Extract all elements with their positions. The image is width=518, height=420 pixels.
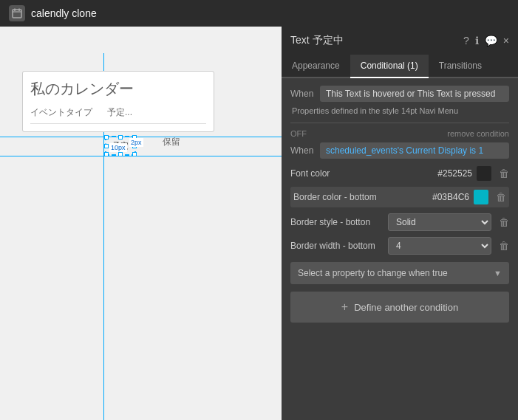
properties-note: Properties defined in the style 14pt Nav… (290, 106, 509, 115)
handle-ml[interactable] (104, 144, 109, 148)
border-width-select[interactable]: 4 1 2 3 5 (388, 237, 491, 255)
off-label: OFF (290, 129, 307, 138)
panel-tabs: Appearance Conditional (1) Transitions (282, 55, 518, 78)
handle-br[interactable] (132, 152, 137, 156)
dim-height-label: 10px (109, 143, 127, 152)
font-color-row: Font color #252525 🗑 (290, 166, 509, 181)
handle-tl[interactable] (104, 135, 109, 140)
border-color-value: #03B4C6 (418, 192, 469, 202)
when-row: When This Text is hovered or This Text i… (290, 86, 509, 102)
app-name: calendly clone (31, 7, 97, 19)
border-width-row: Border width - bottom 4 1 2 3 5 🗑 (290, 237, 509, 255)
border-style-row: Border style - botton Solid Dashed Dotte… (290, 213, 509, 231)
panel-header: Text 予定中 ? ℹ 💬 × (282, 27, 518, 55)
calendar-title: 私のカレンダー (30, 79, 206, 99)
border-style-label: Border style - botton (290, 217, 384, 227)
panel-header-icons: ? ℹ 💬 × (463, 35, 509, 47)
handle-tm[interactable] (118, 135, 123, 140)
select-property-dropdown[interactable]: Select a property to change when true ▼ (290, 262, 509, 284)
select-property-text: Select a property to change when true (298, 268, 494, 278)
reserved-label: 保留 (163, 136, 180, 148)
calendar-tab-events[interactable]: イベントタイプ (30, 106, 92, 119)
calendar-background: 私のカレンダー イベントタイプ 予定... (22, 71, 214, 132)
condition-value[interactable]: scheduled_events's Current Display is 1 (320, 142, 509, 159)
help-icon[interactable]: ? (463, 35, 469, 47)
define-condition-label: Define another condition (354, 302, 458, 313)
handle-bm[interactable] (118, 152, 123, 156)
border-width-delete-icon[interactable]: 🗑 (499, 240, 509, 252)
svg-rect-0 (13, 10, 21, 18)
off-row: OFF remove condition (290, 129, 509, 138)
border-color-label: Border color - bottom (293, 192, 413, 202)
border-color-delete-icon[interactable]: 🗑 (496, 191, 506, 203)
font-color-swatch[interactable] (477, 166, 491, 181)
when-value[interactable]: This Text is hovered or This Text is pre… (320, 86, 509, 102)
calendar-tab-scheduled[interactable]: 予定... (107, 106, 132, 119)
border-style-delete-icon[interactable]: 🗑 (499, 216, 509, 228)
border-color-row: Border color - bottom #03B4C6 🗑 (290, 187, 509, 207)
font-color-value: #252525 (420, 168, 472, 179)
close-icon[interactable]: × (503, 35, 509, 47)
border-width-label: Border width - bottom (290, 241, 384, 251)
condition-when-label: When (290, 145, 320, 156)
plus-icon: + (341, 300, 348, 314)
calendar-tabs: イベントタイプ 予定... (30, 106, 206, 124)
topbar: calendly clone (0, 0, 518, 27)
dropdown-arrow-icon: ▼ (494, 269, 502, 278)
comment-icon[interactable]: 💬 (485, 35, 497, 47)
condition-row: When scheduled_events's Current Display … (290, 142, 509, 159)
border-style-select[interactable]: Solid Dashed Dotted None (388, 213, 491, 231)
app-icon (9, 5, 25, 21)
define-condition-button[interactable]: + Define another condition (290, 292, 509, 323)
border-color-swatch[interactable] (474, 190, 488, 204)
tab-appearance[interactable]: Appearance (282, 55, 350, 78)
font-color-delete-icon[interactable]: 🗑 (499, 168, 509, 179)
divider-1 (290, 123, 509, 123)
when-label: When (290, 89, 320, 99)
remove-condition-link[interactable]: remove condition (447, 129, 509, 138)
handle-bl[interactable] (104, 152, 109, 156)
dim-width-label: 2px (129, 138, 143, 147)
tab-conditional[interactable]: Conditional (1) (350, 55, 429, 78)
tab-transitions[interactable]: Transitions (429, 55, 492, 78)
font-color-label: Font color (290, 168, 416, 179)
properties-panel: Text 予定中 ? ℹ 💬 × Appearance Conditional … (282, 27, 518, 420)
info-icon[interactable]: ℹ (475, 35, 479, 47)
panel-title: Text 予定中 (290, 34, 344, 47)
panel-content: When This Text is hovered or This Text i… (282, 78, 518, 420)
